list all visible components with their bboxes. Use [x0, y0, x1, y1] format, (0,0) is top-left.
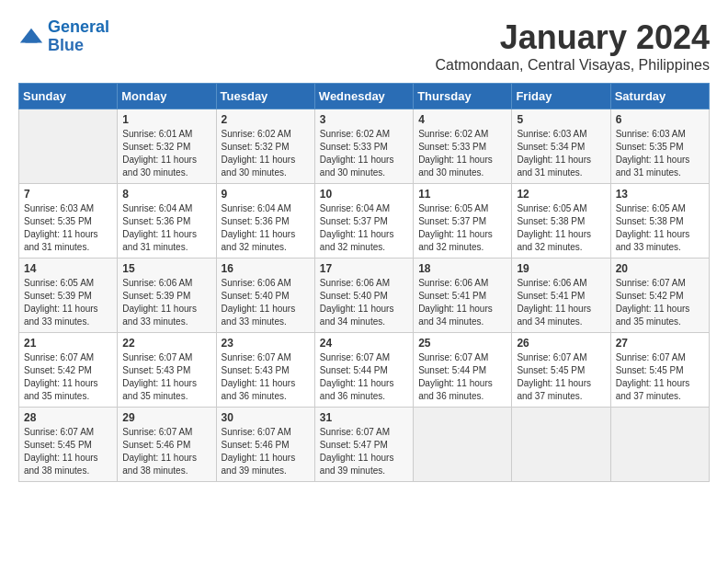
calendar-cell: 19Sunrise: 6:06 AMSunset: 5:41 PMDayligh…: [512, 259, 610, 333]
day-number: 20: [616, 262, 704, 275]
calendar-cell: 29Sunrise: 6:07 AMSunset: 5:46 PMDayligh…: [118, 408, 216, 482]
day-info: Sunrise: 6:07 AMSunset: 5:47 PMDaylight:…: [320, 426, 408, 477]
calendar-cell: 4Sunrise: 6:02 AMSunset: 5:33 PMDaylight…: [414, 109, 512, 184]
day-info: Sunrise: 6:06 AMSunset: 5:41 PMDaylight:…: [517, 277, 605, 328]
day-number: 12: [517, 188, 605, 201]
calendar-cell: 6Sunrise: 6:03 AMSunset: 5:35 PMDaylight…: [610, 109, 709, 184]
calendar-cell: 25Sunrise: 6:07 AMSunset: 5:44 PMDayligh…: [414, 333, 512, 408]
day-number: 27: [616, 337, 704, 350]
day-info: Sunrise: 6:03 AMSunset: 5:35 PMDaylight:…: [24, 202, 112, 254]
day-number: 23: [222, 337, 310, 350]
day-info: Sunrise: 6:06 AMSunset: 5:40 PMDaylight:…: [320, 277, 408, 328]
day-info: Sunrise: 6:02 AMSunset: 5:32 PMDaylight:…: [222, 128, 310, 179]
calendar-cell: 23Sunrise: 6:07 AMSunset: 5:43 PMDayligh…: [216, 333, 314, 408]
calendar-cell: 17Sunrise: 6:06 AMSunset: 5:40 PMDayligh…: [314, 259, 413, 333]
day-number: 26: [517, 337, 605, 350]
day-number: 18: [418, 262, 506, 275]
day-number: 19: [517, 262, 605, 275]
calendar-cell: 2Sunrise: 6:02 AMSunset: 5:32 PMDaylight…: [216, 109, 314, 184]
calendar-cell: 11Sunrise: 6:05 AMSunset: 5:37 PMDayligh…: [414, 184, 512, 259]
calendar-week-row: 1Sunrise: 6:01 AMSunset: 5:32 PMDaylight…: [19, 109, 710, 184]
calendar-cell: 21Sunrise: 6:07 AMSunset: 5:42 PMDayligh…: [19, 333, 118, 408]
day-info: Sunrise: 6:06 AMSunset: 5:39 PMDaylight:…: [122, 277, 210, 328]
day-number: 16: [222, 262, 310, 275]
day-info: Sunrise: 6:01 AMSunset: 5:32 PMDaylight:…: [122, 128, 210, 179]
day-info: Sunrise: 6:07 AMSunset: 5:45 PMDaylight:…: [616, 351, 704, 403]
calendar-cell: 3Sunrise: 6:02 AMSunset: 5:33 PMDaylight…: [314, 109, 413, 184]
logo-line1: General: [48, 17, 109, 36]
day-number: 28: [24, 411, 112, 424]
day-info: Sunrise: 6:04 AMSunset: 5:37 PMDaylight:…: [320, 202, 408, 254]
weekday-header-thursday: Thursday: [414, 84, 512, 109]
calendar-cell: 30Sunrise: 6:07 AMSunset: 5:46 PMDayligh…: [216, 408, 314, 482]
month-title: January 2024: [435, 18, 710, 57]
calendar-cell: 13Sunrise: 6:05 AMSunset: 5:38 PMDayligh…: [610, 184, 709, 259]
day-info: Sunrise: 6:07 AMSunset: 5:45 PMDaylight:…: [517, 351, 605, 403]
calendar-cell: 26Sunrise: 6:07 AMSunset: 5:45 PMDayligh…: [512, 333, 610, 408]
day-number: 9: [222, 188, 310, 201]
day-info: Sunrise: 6:05 AMSunset: 5:37 PMDaylight:…: [418, 202, 506, 254]
day-info: Sunrise: 6:07 AMSunset: 5:42 PMDaylight:…: [616, 277, 704, 328]
day-number: 14: [24, 262, 112, 275]
calendar-cell: 14Sunrise: 6:05 AMSunset: 5:39 PMDayligh…: [19, 259, 118, 333]
weekday-header-tuesday: Tuesday: [216, 84, 314, 109]
weekday-header-row: SundayMondayTuesdayWednesdayThursdayFrid…: [19, 84, 710, 109]
day-info: Sunrise: 6:05 AMSunset: 5:38 PMDaylight:…: [616, 202, 704, 254]
day-number: 1: [122, 113, 210, 126]
day-number: 6: [616, 113, 704, 126]
weekday-header-saturday: Saturday: [610, 84, 709, 109]
day-number: 31: [320, 411, 408, 424]
calendar-cell: 27Sunrise: 6:07 AMSunset: 5:45 PMDayligh…: [610, 333, 709, 408]
day-number: 10: [320, 188, 408, 201]
day-info: Sunrise: 6:07 AMSunset: 5:43 PMDaylight:…: [222, 351, 310, 403]
day-info: Sunrise: 6:06 AMSunset: 5:40 PMDaylight:…: [222, 277, 310, 328]
calendar-cell: 7Sunrise: 6:03 AMSunset: 5:35 PMDaylight…: [19, 184, 118, 259]
calendar-cell: [19, 109, 118, 184]
calendar-cell: [414, 408, 512, 482]
day-number: 7: [24, 188, 112, 201]
day-info: Sunrise: 6:07 AMSunset: 5:45 PMDaylight:…: [24, 426, 112, 477]
logo: General Blue: [18, 18, 109, 55]
day-number: 29: [122, 411, 210, 424]
day-info: Sunrise: 6:02 AMSunset: 5:33 PMDaylight:…: [320, 128, 408, 179]
day-number: 21: [24, 337, 112, 350]
calendar-week-row: 28Sunrise: 6:07 AMSunset: 5:45 PMDayligh…: [19, 408, 710, 482]
day-info: Sunrise: 6:07 AMSunset: 5:46 PMDaylight:…: [122, 426, 210, 477]
day-info: Sunrise: 6:04 AMSunset: 5:36 PMDaylight:…: [122, 202, 210, 254]
day-number: 8: [122, 188, 210, 201]
day-info: Sunrise: 6:03 AMSunset: 5:34 PMDaylight:…: [517, 128, 605, 179]
calendar-cell: [610, 408, 709, 482]
day-info: Sunrise: 6:05 AMSunset: 5:38 PMDaylight:…: [517, 202, 605, 254]
day-number: 30: [222, 411, 310, 424]
calendar-cell: 8Sunrise: 6:04 AMSunset: 5:36 PMDaylight…: [118, 184, 216, 259]
calendar-cell: 28Sunrise: 6:07 AMSunset: 5:45 PMDayligh…: [19, 408, 118, 482]
day-number: 2: [222, 113, 310, 126]
calendar-cell: 31Sunrise: 6:07 AMSunset: 5:47 PMDayligh…: [314, 408, 413, 482]
logo-text: General Blue: [48, 18, 109, 55]
page-header: General Blue January 2024 Catmondaan, Ce…: [18, 18, 710, 74]
day-number: 22: [122, 337, 210, 350]
calendar-cell: 24Sunrise: 6:07 AMSunset: 5:44 PMDayligh…: [314, 333, 413, 408]
logo-line2: Blue: [48, 36, 84, 54]
day-number: 4: [418, 113, 506, 126]
calendar-cell: 15Sunrise: 6:06 AMSunset: 5:39 PMDayligh…: [118, 259, 216, 333]
weekday-header-wednesday: Wednesday: [314, 84, 413, 109]
calendar-cell: 10Sunrise: 6:04 AMSunset: 5:37 PMDayligh…: [314, 184, 413, 259]
title-block: January 2024 Catmondaan, Central Visayas…: [435, 18, 710, 74]
calendar-cell: [512, 408, 610, 482]
day-info: Sunrise: 6:05 AMSunset: 5:39 PMDaylight:…: [24, 277, 112, 328]
calendar-week-row: 7Sunrise: 6:03 AMSunset: 5:35 PMDaylight…: [19, 184, 710, 259]
day-info: Sunrise: 6:03 AMSunset: 5:35 PMDaylight:…: [616, 128, 704, 179]
day-info: Sunrise: 6:07 AMSunset: 5:43 PMDaylight:…: [122, 351, 210, 403]
day-info: Sunrise: 6:07 AMSunset: 5:44 PMDaylight:…: [320, 351, 408, 403]
calendar-cell: 1Sunrise: 6:01 AMSunset: 5:32 PMDaylight…: [118, 109, 216, 184]
day-info: Sunrise: 6:07 AMSunset: 5:44 PMDaylight:…: [418, 351, 506, 403]
svg-rect-1: [25, 40, 37, 43]
calendar-cell: 12Sunrise: 6:05 AMSunset: 5:38 PMDayligh…: [512, 184, 610, 259]
calendar-cell: 5Sunrise: 6:03 AMSunset: 5:34 PMDaylight…: [512, 109, 610, 184]
weekday-header-friday: Friday: [512, 84, 610, 109]
calendar-table: SundayMondayTuesdayWednesdayThursdayFrid…: [18, 83, 710, 482]
calendar-week-row: 21Sunrise: 6:07 AMSunset: 5:42 PMDayligh…: [19, 333, 710, 408]
day-number: 13: [616, 188, 704, 201]
day-number: 3: [320, 113, 408, 126]
